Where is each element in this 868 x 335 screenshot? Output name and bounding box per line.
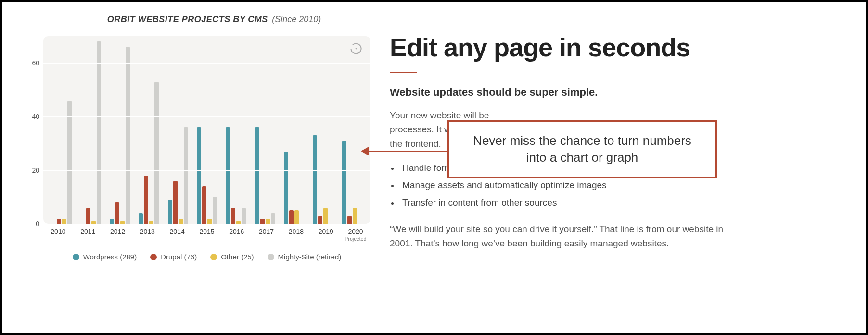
chart-bar [323,208,328,224]
legend-swatch [73,254,79,260]
chart-projected-label: Projected [341,236,370,242]
para-line-3: the frontend. [390,139,441,149]
chart-bar [62,219,66,224]
content-subhead: Website updates should be super simple. [390,86,736,99]
chart-bar [115,202,119,224]
chart-x-tick: 2018 [281,228,311,235]
chart-bar [154,82,159,224]
chart-x-tick: 2014 [162,228,192,235]
callout-arrow [361,149,452,153]
chart-bar [231,208,235,224]
chart-bars [43,36,370,224]
legend-label: Drupal (76) [161,253,197,261]
chart-bar [342,141,346,224]
chart-x-tick: 2016 [222,228,252,235]
chart-plot-area: 0204060 [43,36,370,224]
chart-bar [202,186,206,224]
chart-bar [260,219,265,224]
chart-title: ORBIT WEBSITE PROJECTS BY CMS [107,14,268,24]
chart-bar [313,135,317,224]
chart-year-group [163,127,192,224]
legend-label: Other (25) [221,253,254,261]
bullet-item: Manage assets and automatically optimize… [399,177,736,194]
chart-year-group [221,127,250,224]
chart-bar [347,216,352,224]
chart-year-group [280,152,308,224]
chart-bar [86,208,90,224]
chart-bar [207,219,212,224]
chart-y-tick: 0 [36,220,39,228]
legend-item[interactable]: Drupal (76) [150,253,197,261]
chart-gridline [43,63,370,64]
chart-bar [242,208,246,224]
chart-x-tick: 2019 [311,228,341,235]
chart-bar [67,101,72,224]
chart-subtitle: (Since 2010) [272,14,321,24]
bullet-item: Transfer in content from other sources [399,194,736,211]
arrow-line [367,151,452,152]
chart-x-tick: 2011 [73,228,103,235]
chart-bar [294,210,299,224]
chart-x-tick: 2020Projected [341,228,370,235]
chart-bar [97,41,101,224]
legend-swatch [268,254,274,260]
chart-x-tick: 2013 [132,228,162,235]
chart-year-group [308,135,337,224]
chart-gridline [43,224,370,224]
chart-bar [266,219,270,224]
legend-item[interactable]: Mighty-Site (retired) [268,253,342,261]
chart-year-group [76,41,105,224]
chart-bar [144,176,148,224]
chart-bar [173,181,178,224]
chart-y-tick: 40 [32,113,39,120]
chart-bar [110,219,114,224]
chart-title-row: ORBIT WEBSITE PROJECTS BY CMS (Since 201… [29,14,375,25]
chart-x-tick: 2012 [103,228,133,235]
chart-bar [284,152,288,224]
chart-bar [197,127,201,224]
chart-bar [353,208,357,224]
chart-y-tick: 60 [32,59,39,67]
chart-bar [289,210,294,224]
chart-bar [213,197,217,224]
chart-year-group [192,127,221,224]
chart-year-group [134,82,163,224]
legend-item[interactable]: Other (25) [210,253,254,261]
chart-bar [57,219,61,224]
chart-year-group [251,127,280,224]
chart-x-axis: 2010201120122013201420152016201720182019… [43,228,370,235]
chart-x-tick: 2010 [43,228,73,235]
legend-label: Wordpress (289) [83,253,137,261]
chart-gridline [43,116,370,117]
chart-y-tick: 20 [32,167,39,174]
chart-x-tick: 2015 [192,228,222,235]
para-line-1: Your new website will be [390,110,489,120]
chart-bar [226,127,230,224]
legend-swatch [150,254,157,260]
chart-bar [179,219,183,224]
content-quote: “We will build your site so you can driv… [390,222,736,250]
headline-rule [390,71,417,73]
chart-bar [255,127,259,224]
chart-bar [168,200,172,224]
chart-bar [318,216,322,224]
legend-label: Mighty-Site (retired) [278,253,342,261]
annotation-callout: Never miss the chance to turn numbers in… [447,120,717,178]
chart-year-group [105,47,134,224]
legend-item[interactable]: Wordpress (289) [73,253,137,261]
page-headline: Edit any page in seconds [390,34,736,61]
chart-bar [271,213,275,224]
chart-x-tick: 2017 [252,228,281,235]
legend-swatch [210,254,217,260]
chart-bar [139,213,143,224]
chart-panel: ORBIT WEBSITE PROJECTS BY CMS (Since 201… [29,14,375,261]
chart-year-group [47,101,76,224]
chart-bar [184,127,188,224]
chart-plot: 0204060 20102011201220132014201520162017… [29,36,375,261]
chart-gridline [43,170,370,171]
chart-bar [126,47,130,224]
chart-legend: Wordpress (289)Drupal (76)Other (25)Migh… [43,253,370,261]
